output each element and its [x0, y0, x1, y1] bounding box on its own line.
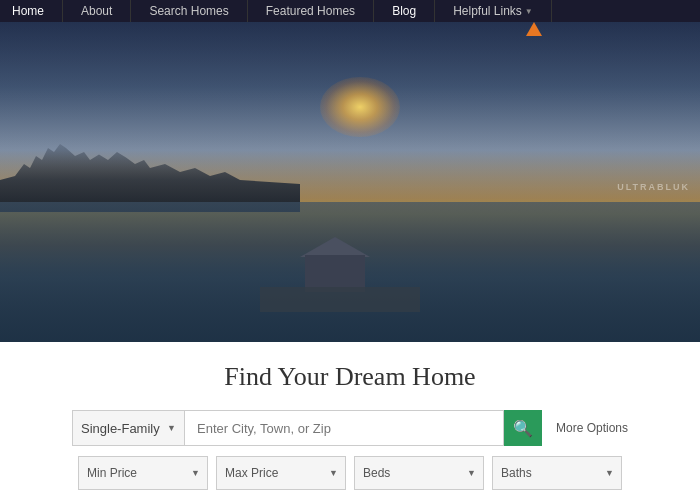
nav-label-search-homes: Search Homes — [149, 4, 228, 18]
dock — [240, 202, 460, 322]
shed-roof — [300, 237, 370, 257]
cityscape — [0, 132, 300, 212]
search-section: Find Your Dream Home Single-Family Condo… — [0, 342, 700, 504]
search-row-secondary: Min Price $100,000 $200,000 $300,000 Max… — [78, 456, 622, 490]
nav-label-helpful-links: Helpful Links — [453, 4, 522, 18]
nav-item-helpful-links[interactable]: Helpful Links ▼ — [435, 0, 552, 22]
beds-select[interactable]: Beds 1+ 2+ 3+ 4+ — [354, 456, 484, 490]
search-icon: 🔍 — [513, 419, 533, 438]
nav-item-search-homes[interactable]: Search Homes — [131, 0, 247, 22]
baths-wrapper[interactable]: Baths 1+ 2+ 3+ — [492, 456, 622, 490]
beds-wrapper[interactable]: Beds 1+ 2+ 3+ 4+ — [354, 456, 484, 490]
nav-label-blog: Blog — [392, 4, 416, 18]
more-options-link[interactable]: More Options — [556, 421, 628, 435]
max-price-wrapper[interactable]: Max Price $500,000 $750,000 $1,000,000 — [216, 456, 346, 490]
cityscape-buildings — [0, 132, 300, 212]
nav-label-home: Home — [12, 4, 44, 18]
zip-input[interactable] — [184, 410, 504, 446]
min-price-select[interactable]: Min Price $100,000 $200,000 $300,000 — [78, 456, 208, 490]
sun-glow — [320, 77, 400, 137]
hero-image: ULTRABLUK — [0, 22, 700, 342]
nav-label-featured-homes: Featured Homes — [266, 4, 355, 18]
nav-item-home[interactable]: Home — [0, 0, 63, 22]
search-row-primary: Single-Family Condo Townhouse Multi-Fami… — [72, 410, 628, 446]
search-button[interactable]: 🔍 — [504, 410, 542, 446]
dock-shed — [300, 237, 370, 292]
main-nav: Home About Search Homes Featured Homes B… — [0, 0, 700, 22]
property-type-select[interactable]: Single-Family Condo Townhouse Multi-Fami… — [72, 410, 184, 446]
max-price-select[interactable]: Max Price $500,000 $750,000 $1,000,000 — [216, 456, 346, 490]
helpful-links-dropdown-arrow: ▼ — [525, 7, 533, 16]
watermark: ULTRABLUK — [617, 182, 690, 192]
property-type-wrapper[interactable]: Single-Family Condo Townhouse Multi-Fami… — [72, 410, 184, 446]
nav-item-featured-homes[interactable]: Featured Homes — [248, 0, 374, 22]
nav-item-about[interactable]: About — [63, 0, 131, 22]
min-price-wrapper[interactable]: Min Price $100,000 $200,000 $300,000 — [78, 456, 208, 490]
nav-item-blog[interactable]: Blog — [374, 0, 435, 22]
search-title: Find Your Dream Home — [224, 362, 475, 392]
dock-platform — [260, 287, 420, 312]
nav-label-about: About — [81, 4, 112, 18]
baths-select[interactable]: Baths 1+ 2+ 3+ — [492, 456, 622, 490]
